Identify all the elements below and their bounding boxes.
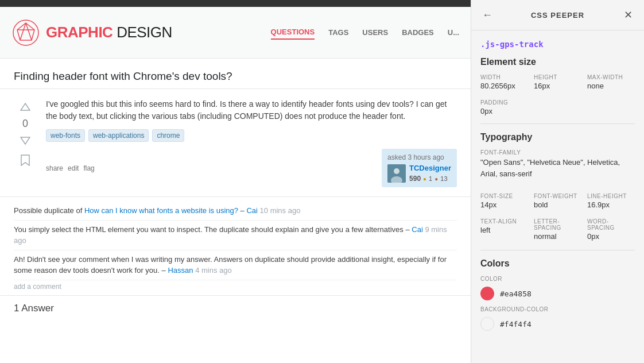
asked-label: asked 3 hours ago	[387, 153, 451, 161]
font-size-label: FONT-SIZE	[480, 193, 528, 199]
comments-section: Possible duplicate of How can I know wha…	[0, 197, 471, 296]
bg-color-prop: BACKGROUND-COLOR	[480, 306, 635, 312]
width-value: 80.2656px	[480, 82, 528, 90]
bg-color-swatch	[480, 317, 494, 331]
typography-grid-2: TEXT-ALIGN left LETTER-SPACING normal WO…	[480, 218, 635, 241]
tag-web-fonts[interactable]: web-fonts	[46, 129, 85, 142]
bg-color-row: #f4f4f4	[480, 317, 635, 331]
prop-padding: PADDING 0px	[480, 99, 635, 115]
user-name-link[interactable]: TCDesigner	[409, 164, 451, 172]
height-label: HEIGHT	[534, 74, 581, 80]
nav-item-badges[interactable]: BADGES	[402, 26, 434, 39]
comment-1-dash: –	[240, 206, 247, 215]
panel-back-button[interactable]: ←	[480, 8, 494, 22]
svg-point-6	[394, 168, 399, 174]
prop-word-spacing: WORD-SPACING 0px	[587, 218, 635, 241]
add-comment-link[interactable]: add a comment	[14, 283, 61, 291]
padding-value: 0px	[480, 107, 635, 115]
text-align-label: TEXT-ALIGN	[480, 218, 528, 225]
color-swatch	[480, 287, 494, 300]
flag-link[interactable]: flag	[83, 164, 94, 172]
badge-bronze-count: 13	[440, 175, 447, 182]
bg-color-label: BACKGROUND-COLOR	[480, 306, 635, 312]
question-area: 0 I've googled this but this info seems …	[0, 89, 471, 197]
colors-section: COLOR #ea4858 BACKGROUND-COLOR #f4f4f4	[480, 276, 635, 331]
colors-title: Colors	[480, 258, 635, 269]
element-size-title: Element size	[480, 57, 635, 67]
nav-menu: QUESTIONS TAGS USERS BADGES U...	[271, 25, 459, 40]
main-content: GRAPHIC DESIGN QUESTIONS TAGS USERS BADG…	[0, 0, 471, 363]
comment-3-user-link[interactable]: Hassan	[168, 266, 193, 275]
site-header-content: GRAPHIC DESIGN QUESTIONS TAGS USERS BADG…	[11, 18, 459, 47]
badge-bronze-icon: ●	[434, 176, 438, 182]
panel-close-button[interactable]: ✕	[621, 8, 635, 22]
prop-width: WIDTH 80.2656px	[480, 74, 528, 90]
font-weight-label: FONT-WEIGHT	[534, 193, 581, 199]
padding-label: PADDING	[480, 99, 635, 106]
font-weight-value: bold	[534, 200, 581, 209]
line-height-label: LINE-HEIGHT	[587, 193, 635, 199]
prop-letter-spacing: LETTER-SPACING normal	[534, 218, 581, 241]
prop-maxwidth: MAX-WIDTH none	[587, 74, 635, 90]
edit-link[interactable]: edit	[68, 164, 79, 172]
comment-2-user-link[interactable]: Cai	[412, 225, 423, 234]
vote-down-button[interactable]	[17, 132, 34, 149]
typography-grid-1: FONT-SIZE 14px FONT-WEIGHT bold LINE-HEI…	[480, 193, 635, 209]
comment-1: Possible duplicate of How can I know wha…	[14, 202, 457, 221]
badge-gold-count: 1	[429, 175, 432, 182]
action-links: share edit flag	[46, 164, 95, 172]
divider-2	[480, 250, 635, 250]
badge-gold-icon: ●	[423, 176, 426, 182]
logo-regular: DESIGN	[112, 24, 172, 41]
tag-web-applications[interactable]: web-applications	[88, 129, 149, 142]
color-hex: #ea4858	[500, 289, 532, 298]
question-meta-row: share edit flag asked 3 hours ago	[46, 149, 457, 187]
comment-1-time: 10 mins ago	[260, 206, 301, 215]
user-info: TCDesigner 590 ● 1 ● 13	[409, 164, 451, 183]
question-body: I've googled this but this info seems ha…	[46, 98, 457, 187]
comment-1-link[interactable]: How can I know what fonts a website is u…	[84, 206, 238, 215]
prop-line-height: LINE-HEIGHT 16.9px	[587, 193, 635, 209]
prop-font-size: FONT-SIZE 14px	[480, 193, 528, 209]
maxwidth-label: MAX-WIDTH	[587, 74, 635, 80]
bookmark-button[interactable]	[17, 152, 34, 169]
element-class: .js-gps-track	[480, 40, 635, 49]
question-text: I've googled this but this info seems ha…	[46, 98, 457, 122]
nav-item-questions[interactable]: QUESTIONS	[271, 25, 315, 40]
logo-bold: GRAPHIC	[46, 24, 112, 41]
comment-1-user-link[interactable]: Cai	[246, 206, 258, 215]
prop-height: HEIGHT 16px	[534, 74, 581, 90]
nav-item-more[interactable]: U...	[448, 26, 459, 39]
panel-header: ← CSS PEEPER ✕	[471, 0, 644, 30]
font-family-value: "Open Sans", "Helvetica Neue", Helvetica…	[480, 157, 635, 179]
element-size-grid: WIDTH 80.2656px HEIGHT 16px MAX-WIDTH no…	[480, 74, 635, 90]
divider-1	[480, 123, 635, 124]
color-row: #ea4858	[480, 287, 635, 300]
rep-score: 590	[409, 175, 421, 183]
line-height-value: 16.9px	[587, 200, 635, 209]
user-avatar	[387, 164, 406, 183]
logo-text: GRAPHIC DESIGN	[46, 24, 172, 41]
share-link[interactable]: share	[46, 164, 63, 172]
logo-area: GRAPHIC DESIGN	[11, 18, 172, 47]
asked-card: asked 3 hours ago TCDesigner	[382, 149, 457, 187]
word-spacing-label: WORD-SPACING	[587, 218, 635, 231]
comment-2: You simply select the HTML element you w…	[14, 221, 457, 250]
width-label: WIDTH	[480, 74, 528, 80]
prop-font-family: FONT-FAMILY "Open Sans", "Helvetica Neue…	[480, 149, 635, 186]
vote-count: 0	[22, 118, 28, 130]
vote-column: 0	[14, 98, 37, 187]
comment-3-time: 4 mins ago	[195, 266, 232, 275]
panel-body: .js-gps-track Element size WIDTH 80.2656…	[471, 30, 644, 346]
user-badges-row: 590 ● 1 ● 13	[409, 175, 451, 183]
tag-chrome[interactable]: chrome	[152, 129, 184, 142]
vote-up-button[interactable]	[17, 98, 34, 115]
nav-item-tags[interactable]: TAGS	[328, 26, 348, 39]
logo-icon	[11, 18, 40, 47]
nav-item-users[interactable]: USERS	[362, 26, 388, 39]
maxwidth-value: none	[587, 82, 635, 90]
comment-3: Ah! Didn't see your comment when I was w…	[14, 250, 457, 280]
answer-count: 1 Answer	[0, 296, 471, 316]
bg-color-hex: #f4f4f4	[500, 320, 532, 329]
comment-2-text: You simply select the HTML element you w…	[14, 225, 410, 234]
